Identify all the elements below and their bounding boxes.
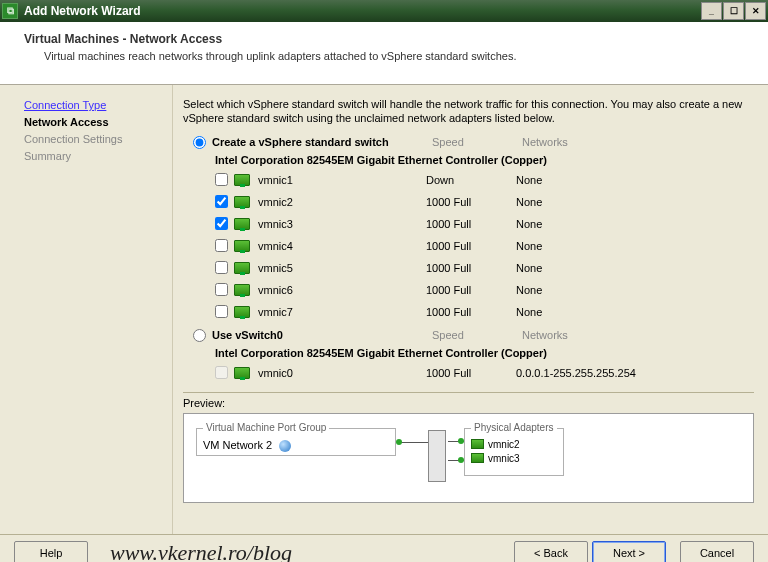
window-controls: _ ☐ ✕ bbox=[701, 2, 766, 20]
nic-checkbox[interactable] bbox=[215, 261, 228, 274]
nic-row-vmnic5[interactable]: vmnic5 1000 Full None bbox=[183, 257, 754, 279]
physical-adapters-box: Physical Adapters vmnic2 vmnic3 bbox=[464, 428, 564, 476]
nic-speed: 1000 Full bbox=[426, 306, 516, 318]
nic-row-vmnic6[interactable]: vmnic6 1000 Full None bbox=[183, 279, 754, 301]
radio-use-vswitch0[interactable] bbox=[193, 329, 206, 342]
col-header-speed: Speed bbox=[432, 136, 522, 148]
nic-checkbox bbox=[215, 366, 228, 379]
nic-checkbox[interactable] bbox=[215, 195, 228, 208]
nic-row-vmnic7[interactable]: vmnic7 1000 Full None bbox=[183, 301, 754, 323]
nic-icon bbox=[234, 218, 250, 230]
option-create-row[interactable]: Create a vSphere standard switch Speed N… bbox=[183, 134, 754, 151]
wizard-content: Select which vSphere standard switch wil… bbox=[172, 85, 768, 534]
app-icon: ⧉ bbox=[2, 3, 18, 19]
nic-row-vmnic4[interactable]: vmnic4 1000 Full None bbox=[183, 235, 754, 257]
nic-checkbox[interactable] bbox=[215, 305, 228, 318]
nic-name: vmnic7 bbox=[258, 306, 426, 318]
nic-speed: 1000 Full bbox=[426, 240, 516, 252]
close-button[interactable]: ✕ bbox=[745, 2, 766, 20]
radio-create-switch[interactable] bbox=[193, 136, 206, 149]
nic-speed: 1000 Full bbox=[426, 367, 516, 379]
window-title: Add Network Wizard bbox=[24, 4, 701, 18]
nic-name: vmnic1 bbox=[258, 174, 426, 186]
nic-speed: 1000 Full bbox=[426, 218, 516, 230]
wizard-body: Connection Type Network Access Connectio… bbox=[0, 85, 768, 534]
nic-name: vmnic5 bbox=[258, 262, 426, 274]
nic-icon bbox=[234, 284, 250, 296]
nic-checkbox[interactable] bbox=[215, 173, 228, 186]
physical-adapters-legend: Physical Adapters bbox=[471, 422, 557, 433]
nic-checkbox[interactable] bbox=[215, 283, 228, 296]
col-header-networks: Networks bbox=[522, 329, 568, 341]
nic-network: None bbox=[516, 218, 542, 230]
nic-name: vmnic3 bbox=[258, 218, 426, 230]
col-header-speed: Speed bbox=[432, 329, 522, 341]
port-group-box: Virtual Machine Port Group VM Network 2 bbox=[196, 428, 396, 456]
nav-network-access: Network Access bbox=[24, 116, 166, 128]
nic-name: vmnic6 bbox=[258, 284, 426, 296]
nic-row-vmnic2[interactable]: vmnic2 1000 Full None bbox=[183, 191, 754, 213]
nic-icon bbox=[234, 174, 250, 186]
maximize-button[interactable]: ☐ bbox=[723, 2, 744, 20]
nic-checkbox[interactable] bbox=[215, 239, 228, 252]
nic-icon bbox=[471, 453, 484, 463]
col-header-networks: Networks bbox=[522, 136, 568, 148]
nic-speed: Down bbox=[426, 174, 516, 186]
preview-box: Virtual Machine Port Group VM Network 2 … bbox=[183, 413, 754, 503]
preview-label: Preview: bbox=[183, 397, 754, 409]
minimize-button[interactable]: _ bbox=[701, 2, 722, 20]
nic-icon bbox=[234, 367, 250, 379]
world-icon bbox=[279, 440, 291, 452]
nic-name: vmnic2 bbox=[258, 196, 426, 208]
nav-connection-type[interactable]: Connection Type bbox=[24, 99, 166, 111]
option-use-label: Use vSwitch0 bbox=[212, 329, 432, 341]
nic-icon bbox=[234, 306, 250, 318]
nic-name: vmnic0 bbox=[258, 367, 426, 379]
nic-speed: 1000 Full bbox=[426, 262, 516, 274]
option-use-row[interactable]: Use vSwitch0 Speed Networks bbox=[183, 327, 754, 344]
nic-network: None bbox=[516, 174, 542, 186]
page-title: Virtual Machines - Network Access bbox=[24, 32, 748, 46]
port-group-legend: Virtual Machine Port Group bbox=[203, 422, 329, 433]
watermark-text: www.vkernel.ro/blog bbox=[110, 540, 292, 563]
nic-icon bbox=[471, 439, 484, 449]
nic-speed: 1000 Full bbox=[426, 284, 516, 296]
back-button[interactable]: < Back bbox=[514, 541, 588, 562]
nic-network: None bbox=[516, 240, 542, 252]
connector-line bbox=[398, 442, 428, 443]
nic-network: None bbox=[516, 196, 542, 208]
nic-icon bbox=[234, 262, 250, 274]
nic-network: None bbox=[516, 306, 542, 318]
nic-row-vmnic0[interactable]: vmnic0 1000 Full 0.0.0.1-255.255.255.254 bbox=[183, 362, 754, 384]
nav-summary: Summary bbox=[24, 150, 166, 162]
use-group-label: Intel Corporation 82545EM Gigabit Ethern… bbox=[183, 344, 754, 362]
option-create-label: Create a vSphere standard switch bbox=[212, 136, 432, 148]
connector-dot bbox=[396, 439, 402, 445]
port-group-name: VM Network 2 bbox=[203, 439, 272, 451]
nic-row-vmnic1[interactable]: vmnic1 Down None bbox=[183, 169, 754, 191]
nic-row-vmnic3[interactable]: vmnic3 1000 Full None bbox=[183, 213, 754, 235]
next-button[interactable]: Next > bbox=[592, 541, 666, 562]
cancel-button[interactable]: Cancel bbox=[680, 541, 754, 562]
nic-speed: 1000 Full bbox=[426, 196, 516, 208]
vswitch-icon bbox=[428, 430, 446, 482]
wizard-header: Virtual Machines - Network Access Virtua… bbox=[0, 22, 768, 85]
page-subtitle: Virtual machines reach networks through … bbox=[44, 50, 748, 62]
physical-adapter-row: vmnic3 bbox=[471, 453, 557, 464]
nic-network: None bbox=[516, 284, 542, 296]
nic-icon bbox=[234, 196, 250, 208]
physical-adapter-row: vmnic2 bbox=[471, 439, 557, 450]
nic-network: None bbox=[516, 262, 542, 274]
physical-adapter-name: vmnic3 bbox=[488, 453, 520, 464]
help-button[interactable]: Help bbox=[14, 541, 88, 562]
nic-checkbox[interactable] bbox=[215, 217, 228, 230]
nav-connection-settings: Connection Settings bbox=[24, 133, 166, 145]
wizard-footer: Help www.vkernel.ro/blog < Back Next > C… bbox=[0, 534, 768, 562]
nic-network: 0.0.0.1-255.255.255.254 bbox=[516, 367, 636, 379]
physical-adapter-name: vmnic2 bbox=[488, 439, 520, 450]
nic-icon bbox=[234, 240, 250, 252]
preview-section: Preview: Virtual Machine Port Group VM N… bbox=[183, 392, 754, 503]
title-bar: ⧉ Add Network Wizard _ ☐ ✕ bbox=[0, 0, 768, 22]
instruction-text: Select which vSphere standard switch wil… bbox=[183, 97, 754, 126]
nic-name: vmnic4 bbox=[258, 240, 426, 252]
